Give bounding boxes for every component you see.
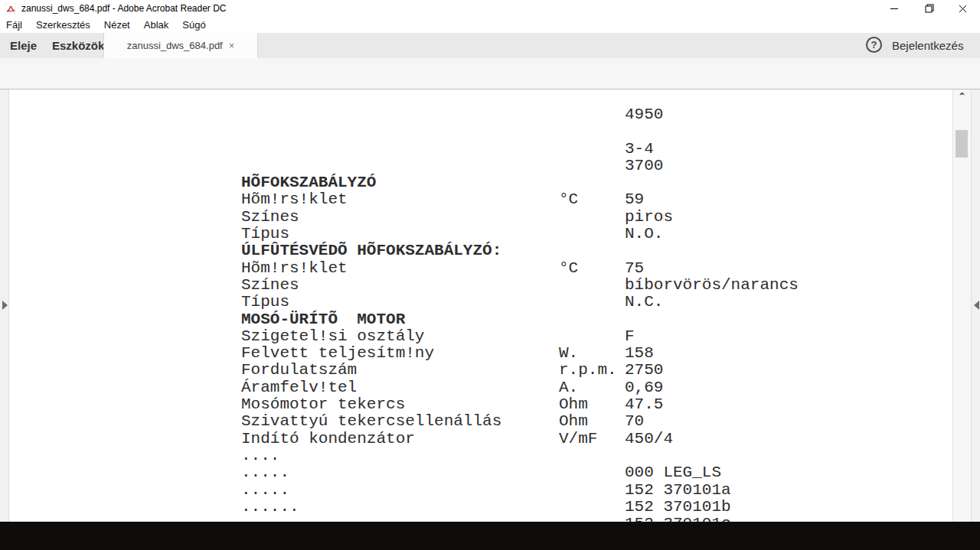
toolbar: / 19 146% [0, 58, 980, 89]
document-content: 4950 3-4 3700 HÕFOKSZABÁLYZÓ Hõm!rs!klet… [9, 89, 952, 522]
document-line: 3700 [9, 158, 952, 174]
menu-bar: Fájl Szerkesztés Nézet Ablak Súgó [0, 17, 980, 33]
menu-window[interactable]: Ablak [137, 18, 176, 33]
document-line: Felvett teljesítm!ny W. 158 [9, 345, 952, 362]
tab-tools[interactable]: Eszközök [52, 33, 104, 58]
doc-line-value: 0,69 [625, 379, 663, 396]
doc-line-label: Hõm!rs!klet [241, 260, 348, 277]
doc-line-value: bíborvörös/narancs [625, 277, 799, 294]
title-bar: zanussi_dws_684.pdf - Adobe Acrobat Read… [0, 0, 980, 17]
minimize-button[interactable] [877, 0, 912, 17]
tab-home[interactable]: Eleje [10, 33, 37, 58]
document-line: .... [9, 447, 952, 464]
doc-line-label: Hõm!rs!klet [241, 191, 348, 208]
help-icon[interactable]: ? [866, 37, 882, 53]
doc-line-unit: W. [559, 345, 578, 362]
menu-file[interactable]: Fájl [6, 18, 29, 33]
document-line: Típus N.C. [9, 294, 952, 311]
restore-button[interactable] [912, 0, 946, 17]
close-button[interactable] [946, 0, 980, 17]
document-line: Indító kondenzátor V/mF 450/4 [9, 431, 952, 447]
doc-line-label: ...... [241, 499, 299, 516]
sign-in-button[interactable]: Bejelentkezés [892, 39, 963, 52]
document-line: Szigetel!si osztály F [9, 328, 952, 345]
doc-line-value: 152 370101a [625, 482, 731, 499]
doc-line-value: 70 [625, 413, 644, 430]
document-line: ..... 152 370101a [9, 482, 952, 499]
tools-pane-expand-icon[interactable] [974, 301, 979, 310]
doc-line-value: 75 [625, 260, 644, 277]
document-line: 3-4 [9, 141, 952, 158]
doc-line-value: 152 370101b [625, 499, 731, 516]
tab-bar: Eleje Eszközök zanussi_dws_684.pdf × [0, 33, 980, 58]
doc-line-value: 59 [625, 191, 644, 208]
doc-line-label: .... [241, 447, 279, 464]
document-line: Típus N.O. [9, 226, 952, 242]
doc-line-label: Mosómotor tekercs [241, 396, 405, 413]
tab-document[interactable]: zanussi_dws_684.pdf × [103, 33, 258, 58]
doc-line-label: Szigetel!si osztály [241, 328, 424, 345]
doc-line-value: 450/4 [625, 431, 673, 447]
menu-view[interactable]: Nézet [97, 18, 137, 33]
doc-line-value: F [625, 328, 635, 345]
doc-line-label: Színes [241, 209, 299, 226]
doc-line-value: N.C. [625, 294, 663, 311]
document-line: Fordulatszám r.p.m. 2750 [9, 362, 952, 379]
document-line: HÕFOKSZABÁLYZÓ [9, 174, 952, 191]
document-line: MOSÓ-ÜRÍTÕ MOTOR [9, 311, 952, 328]
doc-line-value: 158 [625, 345, 654, 362]
document-line: Hõm!rs!klet °C 59 [9, 191, 952, 208]
doc-line-unit: °C [559, 260, 578, 277]
doc-line-label: Indító kondenzátor [241, 431, 415, 447]
doc-line-label: HÕFOKSZABÁLYZÓ [241, 174, 376, 191]
document-line: Színes bíborvörös/narancs [9, 277, 952, 294]
doc-line-value: N.O. [625, 226, 663, 242]
menu-help[interactable]: Súgó [175, 18, 212, 33]
doc-line-label: Áramfelv!tel [241, 379, 357, 396]
document-line: Mosómotor tekercs Ohm 47.5 [9, 396, 952, 413]
document-line: ...... 152 370101b [9, 499, 952, 516]
document-line: 4950 [9, 106, 952, 123]
doc-line-label: ÚLFÛTÉSVÉDÕ HÕFOKSZABÁLYZÓ: [241, 242, 501, 259]
doc-line-label: Színes [241, 277, 299, 294]
doc-line-value: 3700 [625, 158, 663, 174]
doc-line-value: 000 LEG_LS [625, 464, 721, 481]
document-line: ..... 000 LEG_LS [9, 464, 952, 481]
doc-line-label: Típus [241, 294, 289, 311]
tab-close-icon[interactable]: × [229, 40, 235, 51]
acrobat-app-icon [5, 3, 16, 14]
document-line: Áramfelv!tel A. 0,69 [9, 379, 952, 396]
doc-line-label: ..... [241, 482, 289, 499]
scrollbar-thumb[interactable] [956, 130, 968, 158]
doc-line-value: 3-4 [625, 141, 654, 158]
doc-line-value: piros [625, 209, 673, 226]
nav-pane-expand-icon[interactable] [2, 301, 8, 310]
doc-line-unit: Ohm [559, 396, 588, 413]
doc-line-unit: V/mF [559, 431, 597, 447]
window-title: zanussi_dws_684.pdf - Adobe Acrobat Read… [21, 3, 227, 14]
doc-line-value: 2750 [625, 362, 663, 379]
document-line: Szivattyú tekercsellenállás Ohm 70 [9, 413, 952, 430]
doc-line-value: 4950 [625, 106, 663, 123]
doc-line-label: Szivattyú tekercsellenállás [241, 413, 501, 430]
document-line [9, 123, 952, 140]
doc-line-value: 47.5 [625, 396, 663, 413]
doc-line-label: MOSÓ-ÜRÍTÕ MOTOR [241, 311, 405, 328]
document-line: Színes piros [9, 209, 952, 226]
doc-line-label: Típus [241, 226, 289, 242]
doc-line-unit: °C [559, 191, 578, 208]
doc-line-label: Fordulatszám [241, 362, 357, 379]
doc-line-unit: A. [559, 379, 578, 396]
document-line: ÚLFÛTÉSVÉDÕ HÕFOKSZABÁLYZÓ: [9, 242, 952, 259]
document-line: Hõm!rs!klet °C 75 [9, 260, 952, 277]
doc-line-label: ..... [241, 464, 289, 481]
tab-document-label: zanussi_dws_684.pdf [127, 40, 223, 51]
doc-line-unit: r.p.m. [559, 362, 617, 379]
doc-line-label: Felvett teljesítm!ny [241, 345, 434, 362]
scroll-up-icon[interactable]: ⌃ [957, 92, 967, 102]
taskbar: hp ? 11:48 2018. 01. 24. 4 [0, 522, 980, 550]
doc-line-unit: Ohm [559, 413, 588, 430]
menu-edit[interactable]: Szerkesztés [29, 18, 97, 33]
